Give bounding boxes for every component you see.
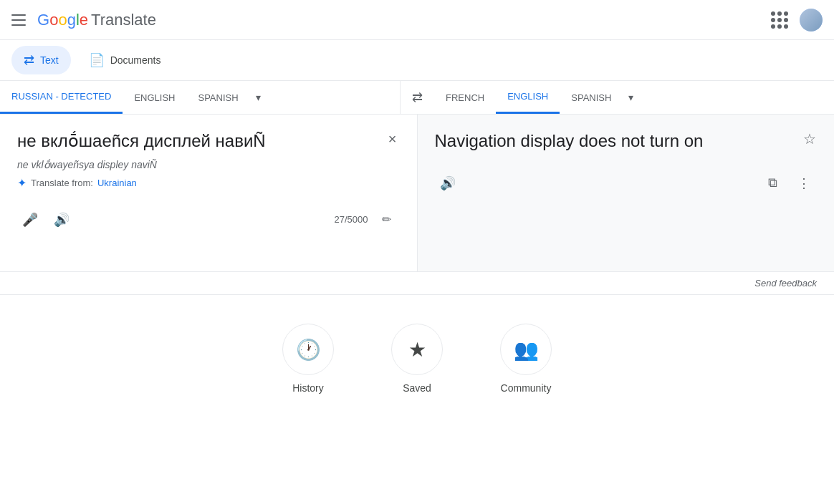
mode-tabs-bar: ⇄ Text 📄 Documents — [0, 40, 834, 81]
mic-button[interactable]: 🎤 — [17, 207, 43, 233]
history-label: History — [292, 382, 324, 394]
avatar-image — [800, 9, 823, 32]
char-count: 27/5000 — [335, 214, 368, 225]
header-right — [771, 9, 823, 32]
tab-text-label: Text — [40, 54, 59, 66]
source-panel-actions: 🎤 🔊 27/5000 ✏ — [17, 201, 400, 233]
saved-label: Saved — [403, 382, 431, 394]
source-lang-bar: RUSSIAN - DETECTED ENGLISH SPANISH ▾ — [0, 81, 401, 114]
source-tts-button[interactable]: 🔊 — [49, 207, 75, 233]
logo-google-text: Google — [37, 11, 88, 29]
tab-documents[interactable]: 📄 Documents — [77, 46, 173, 74]
bottom-nav-area: 🕐 History ★ Saved 👥 Community — [0, 295, 834, 422]
copy-button[interactable]: ⧉ — [759, 170, 785, 196]
tab-text[interactable]: ⇄ Text — [11, 46, 71, 74]
more-options-button[interactable]: ⋮ — [791, 170, 817, 196]
language-bar: RUSSIAN - DETECTED ENGLISH SPANISH ▾ ⇄ F… — [0, 81, 834, 115]
send-feedback-link[interactable]: Send feedback — [754, 278, 817, 289]
detect-info: ✦ Translate from: Ukrainian — [17, 176, 400, 190]
save-translation-button[interactable]: ☆ — [800, 129, 820, 149]
output-text: Navigation display does not turn on — [435, 129, 818, 153]
translate-from-label: Translate from: — [31, 178, 93, 188]
edit-button[interactable]: ✏ — [374, 207, 400, 233]
nav-community[interactable]: 👥 Community — [500, 324, 552, 394]
transliteration-text: ne vklṓwayeñsya displey naviÑ — [17, 159, 400, 170]
logo-translate-text: Translate — [91, 11, 156, 29]
source-lang-english[interactable]: ENGLISH — [123, 82, 186, 113]
logo: Google Translate — [37, 11, 156, 29]
saved-icon: ★ — [391, 324, 443, 375]
target-lang-spanish[interactable]: SPANISH — [560, 82, 623, 113]
community-icon: 👥 — [500, 324, 552, 375]
translate-icon: ⇄ — [24, 52, 34, 68]
sparkle-icon: ✦ — [17, 176, 27, 190]
menu-button[interactable] — [11, 11, 29, 29]
nav-saved[interactable]: ★ Saved — [391, 324, 443, 394]
tab-documents-label: Documents — [110, 54, 161, 66]
source-lang-spanish[interactable]: SPANISH — [186, 82, 249, 113]
history-icon: 🕐 — [282, 324, 334, 375]
user-avatar[interactable] — [800, 9, 823, 32]
target-panel-actions: 🔊 ⧉ ⋮ — [435, 165, 818, 196]
source-text[interactable]: не вклṓшаеñся дисплей навиÑ — [17, 129, 400, 153]
document-icon: 📄 — [89, 52, 105, 68]
target-panel: Navigation display does not turn on ☆ 🔊 … — [418, 115, 835, 271]
source-lang-detected[interactable]: RUSSIAN - DETECTED — [0, 81, 123, 114]
source-panel: не вклṓшаеñся дисплей навиÑ × ne vklṓway… — [0, 115, 418, 271]
swap-languages-button[interactable]: ⇄ — [401, 84, 434, 111]
google-apps-button[interactable] — [771, 11, 788, 29]
community-label: Community — [501, 382, 552, 394]
target-lang-english[interactable]: ENGLISH — [496, 81, 560, 114]
target-lang-bar: FRENCH ENGLISH SPANISH ▾ — [434, 81, 834, 114]
target-lang-french[interactable]: FRENCH — [434, 82, 496, 113]
app-header: Google Translate — [0, 0, 834, 40]
nav-history[interactable]: 🕐 History — [282, 324, 334, 394]
source-lang-more[interactable]: ▾ — [250, 82, 267, 113]
translate-area: не вклṓшаеñся дисплей навиÑ × ne vklṓway… — [0, 115, 834, 272]
target-tts-button[interactable]: 🔊 — [435, 170, 461, 196]
feedback-bar: Send feedback — [0, 272, 834, 295]
clear-button[interactable]: × — [383, 129, 403, 149]
detected-language-link[interactable]: Ukrainian — [97, 178, 137, 188]
header-left: Google Translate — [11, 11, 156, 29]
target-lang-more[interactable]: ▾ — [623, 82, 639, 113]
